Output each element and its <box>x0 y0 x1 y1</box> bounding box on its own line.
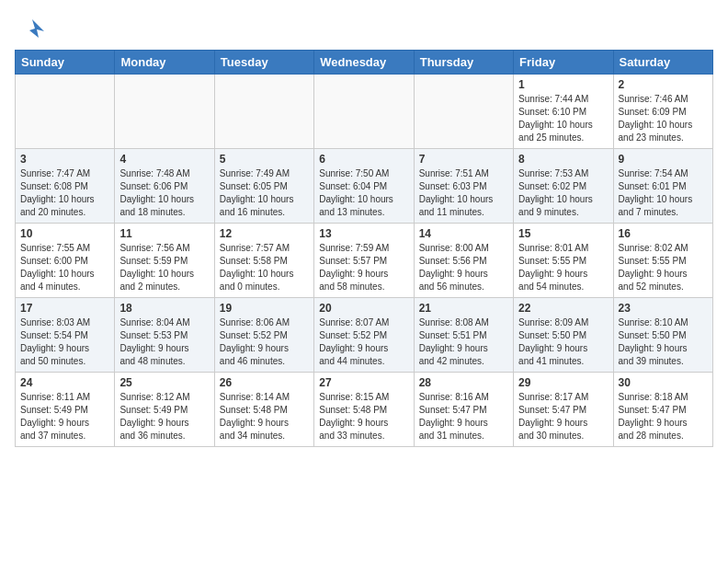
logo <box>18 15 50 42</box>
calendar-day-cell: 24Sunrise: 8:11 AM Sunset: 5:49 PM Dayli… <box>16 373 115 447</box>
calendar-day-header: Sunday <box>16 51 115 75</box>
calendar-day-cell: 17Sunrise: 8:03 AM Sunset: 5:54 PM Dayli… <box>16 298 115 373</box>
calendar-header-row: SundayMondayTuesdayWednesdayThursdayFrid… <box>16 51 713 75</box>
day-number: 10 <box>20 227 109 240</box>
day-number: 25 <box>119 376 209 389</box>
day-number: 3 <box>20 153 109 166</box>
day-number: 23 <box>619 302 708 315</box>
day-info: Sunrise: 7:47 AM Sunset: 6:08 PM Dayligh… <box>20 167 109 219</box>
day-number: 6 <box>319 153 408 166</box>
calendar-day-header: Wednesday <box>314 51 414 75</box>
calendar-day-cell: 19Sunrise: 8:06 AM Sunset: 5:52 PM Dayli… <box>214 298 313 373</box>
day-info: Sunrise: 7:44 AM Sunset: 6:10 PM Dayligh… <box>518 93 608 144</box>
calendar-day-cell: 18Sunrise: 8:04 AM Sunset: 5:53 PM Dayli… <box>115 298 214 373</box>
calendar-day-cell: 20Sunrise: 8:07 AM Sunset: 5:52 PM Dayli… <box>314 298 414 373</box>
day-info: Sunrise: 7:53 AM Sunset: 6:02 PM Dayligh… <box>518 167 608 219</box>
calendar-day-header: Saturday <box>613 51 712 75</box>
calendar-day-cell: 12Sunrise: 7:57 AM Sunset: 5:58 PM Dayli… <box>214 224 313 298</box>
day-number: 18 <box>119 302 209 315</box>
day-number: 22 <box>518 302 608 315</box>
day-info: Sunrise: 7:51 AM Sunset: 6:03 PM Dayligh… <box>419 167 508 219</box>
calendar-day-cell <box>314 75 414 149</box>
day-info: Sunrise: 7:59 AM Sunset: 5:57 PM Dayligh… <box>319 242 408 293</box>
day-number: 20 <box>319 302 408 315</box>
calendar-day-cell: 11Sunrise: 7:56 AM Sunset: 5:59 PM Dayli… <box>115 224 214 298</box>
day-info: Sunrise: 7:54 AM Sunset: 6:01 PM Dayligh… <box>619 167 708 219</box>
day-number: 19 <box>220 302 309 315</box>
day-info: Sunrise: 7:57 AM Sunset: 5:58 PM Dayligh… <box>220 242 309 293</box>
calendar-day-cell: 6Sunrise: 7:50 AM Sunset: 6:04 PM Daylig… <box>314 149 414 224</box>
day-info: Sunrise: 8:01 AM Sunset: 5:55 PM Dayligh… <box>518 242 608 293</box>
day-info: Sunrise: 8:06 AM Sunset: 5:52 PM Dayligh… <box>220 316 309 368</box>
day-info: Sunrise: 7:46 AM Sunset: 6:09 PM Dayligh… <box>619 93 708 144</box>
day-info: Sunrise: 8:14 AM Sunset: 5:48 PM Dayligh… <box>220 391 309 442</box>
calendar-day-cell <box>214 75 313 149</box>
calendar-day-header: Friday <box>514 51 613 75</box>
calendar-day-cell: 28Sunrise: 8:16 AM Sunset: 5:47 PM Dayli… <box>414 373 513 447</box>
day-number: 12 <box>220 227 309 240</box>
day-number: 17 <box>20 302 109 315</box>
day-number: 15 <box>518 227 608 240</box>
calendar-day-cell: 8Sunrise: 7:53 AM Sunset: 6:02 PM Daylig… <box>514 149 613 224</box>
calendar-day-header: Tuesday <box>214 51 313 75</box>
calendar-day-cell: 23Sunrise: 8:10 AM Sunset: 5:50 PM Dayli… <box>613 298 712 373</box>
day-info: Sunrise: 7:50 AM Sunset: 6:04 PM Dayligh… <box>319 167 408 219</box>
day-info: Sunrise: 8:16 AM Sunset: 5:47 PM Dayligh… <box>419 391 508 442</box>
calendar-wrapper: SundayMondayTuesdayWednesdayThursdayFrid… <box>0 50 728 454</box>
calendar-week-row: 1Sunrise: 7:44 AM Sunset: 6:10 PM Daylig… <box>16 75 713 149</box>
calendar-table: SundayMondayTuesdayWednesdayThursdayFrid… <box>15 50 713 447</box>
day-number: 5 <box>220 153 309 166</box>
logo-bird-icon <box>18 15 46 42</box>
calendar-day-cell <box>115 75 214 149</box>
calendar-day-cell: 4Sunrise: 7:48 AM Sunset: 6:06 PM Daylig… <box>115 149 214 224</box>
day-info: Sunrise: 8:02 AM Sunset: 5:55 PM Dayligh… <box>619 242 708 293</box>
calendar-day-cell: 30Sunrise: 8:18 AM Sunset: 5:47 PM Dayli… <box>613 373 712 447</box>
day-info: Sunrise: 8:03 AM Sunset: 5:54 PM Dayligh… <box>20 316 109 368</box>
day-info: Sunrise: 8:11 AM Sunset: 5:49 PM Dayligh… <box>20 391 109 442</box>
calendar-day-cell: 14Sunrise: 8:00 AM Sunset: 5:56 PM Dayli… <box>414 224 513 298</box>
day-number: 24 <box>20 376 109 389</box>
day-info: Sunrise: 7:55 AM Sunset: 6:00 PM Dayligh… <box>20 242 109 293</box>
calendar-day-header: Thursday <box>414 51 513 75</box>
calendar-day-cell <box>414 75 513 149</box>
day-info: Sunrise: 7:56 AM Sunset: 5:59 PM Dayligh… <box>119 242 209 293</box>
day-number: 4 <box>119 153 209 166</box>
day-info: Sunrise: 8:07 AM Sunset: 5:52 PM Dayligh… <box>319 316 408 368</box>
day-number: 11 <box>119 227 209 240</box>
calendar-day-cell <box>16 75 115 149</box>
day-info: Sunrise: 7:49 AM Sunset: 6:05 PM Dayligh… <box>220 167 309 219</box>
day-number: 2 <box>619 78 708 91</box>
day-info: Sunrise: 8:10 AM Sunset: 5:50 PM Dayligh… <box>619 316 708 368</box>
day-info: Sunrise: 7:48 AM Sunset: 6:06 PM Dayligh… <box>119 167 209 219</box>
day-number: 7 <box>419 153 508 166</box>
calendar-day-cell: 29Sunrise: 8:17 AM Sunset: 5:47 PM Dayli… <box>514 373 613 447</box>
day-number: 14 <box>419 227 508 240</box>
calendar-day-cell: 13Sunrise: 7:59 AM Sunset: 5:57 PM Dayli… <box>314 224 414 298</box>
day-info: Sunrise: 8:18 AM Sunset: 5:47 PM Dayligh… <box>619 391 708 442</box>
calendar-day-cell: 16Sunrise: 8:02 AM Sunset: 5:55 PM Dayli… <box>613 224 712 298</box>
calendar-day-cell: 22Sunrise: 8:09 AM Sunset: 5:50 PM Dayli… <box>514 298 613 373</box>
calendar-day-cell: 15Sunrise: 8:01 AM Sunset: 5:55 PM Dayli… <box>514 224 613 298</box>
day-number: 30 <box>619 376 708 389</box>
day-info: Sunrise: 8:12 AM Sunset: 5:49 PM Dayligh… <box>119 391 209 442</box>
day-number: 16 <box>619 227 708 240</box>
calendar-week-row: 24Sunrise: 8:11 AM Sunset: 5:49 PM Dayli… <box>16 373 713 447</box>
calendar-day-cell: 26Sunrise: 8:14 AM Sunset: 5:48 PM Dayli… <box>214 373 313 447</box>
calendar-day-cell: 10Sunrise: 7:55 AM Sunset: 6:00 PM Dayli… <box>16 224 115 298</box>
day-info: Sunrise: 8:15 AM Sunset: 5:48 PM Dayligh… <box>319 391 408 442</box>
day-info: Sunrise: 8:17 AM Sunset: 5:47 PM Dayligh… <box>518 391 608 442</box>
calendar-day-cell: 27Sunrise: 8:15 AM Sunset: 5:48 PM Dayli… <box>314 373 414 447</box>
calendar-day-cell: 7Sunrise: 7:51 AM Sunset: 6:03 PM Daylig… <box>414 149 513 224</box>
calendar-day-cell: 21Sunrise: 8:08 AM Sunset: 5:51 PM Dayli… <box>414 298 513 373</box>
calendar-week-row: 3Sunrise: 7:47 AM Sunset: 6:08 PM Daylig… <box>16 149 713 224</box>
day-number: 9 <box>619 153 708 166</box>
day-number: 26 <box>220 376 309 389</box>
calendar-day-cell: 9Sunrise: 7:54 AM Sunset: 6:01 PM Daylig… <box>613 149 712 224</box>
calendar-day-cell: 25Sunrise: 8:12 AM Sunset: 5:49 PM Dayli… <box>115 373 214 447</box>
calendar-day-cell: 3Sunrise: 7:47 AM Sunset: 6:08 PM Daylig… <box>16 149 115 224</box>
calendar-day-header: Monday <box>115 51 214 75</box>
day-number: 27 <box>319 376 408 389</box>
day-info: Sunrise: 8:00 AM Sunset: 5:56 PM Dayligh… <box>419 242 508 293</box>
calendar-day-cell: 2Sunrise: 7:46 AM Sunset: 6:09 PM Daylig… <box>613 75 712 149</box>
day-number: 8 <box>518 153 608 166</box>
